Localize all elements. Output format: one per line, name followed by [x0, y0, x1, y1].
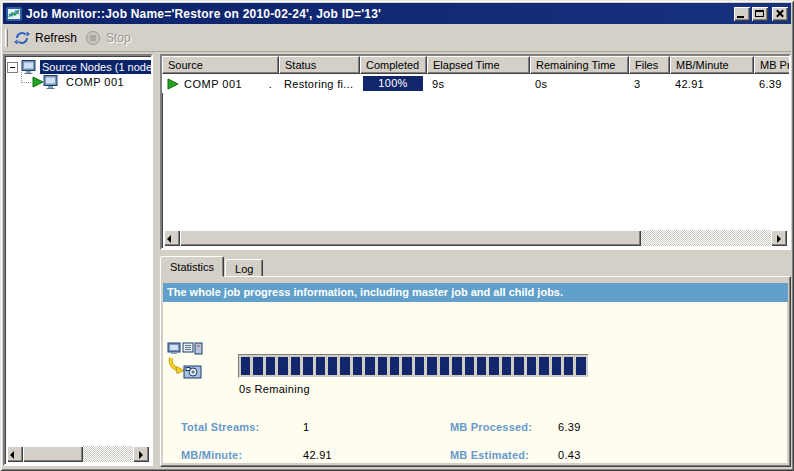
- scroll-left-arrow-icon[interactable]: [7, 446, 23, 462]
- collapse-icon[interactable]: [7, 62, 18, 73]
- minimize-button[interactable]: [734, 7, 750, 21]
- refresh-label: Refresh: [35, 31, 77, 45]
- tree-item-label: COMP 001: [66, 76, 124, 88]
- mb-processed-value: 6.39: [558, 421, 581, 433]
- scroll-right-arrow-icon[interactable]: [133, 446, 149, 462]
- column-header-remaining-time[interactable]: Remaining Time: [530, 56, 629, 74]
- progress-segment: [489, 357, 498, 375]
- column-header-source[interactable]: Source: [162, 56, 279, 74]
- column-header-files[interactable]: Files: [629, 56, 670, 74]
- remaining-time-text: 0s Remaining: [239, 383, 310, 395]
- table-row[interactable]: COMP 001 . Restoring fi... 100% 9s 0s 3 …: [162, 74, 789, 93]
- window-title: Job Monitor::Job Name='Restore on 2010-0…: [26, 7, 381, 21]
- details-tab-control: Statistics Log The whole job progress in…: [160, 256, 791, 467]
- column-header-status[interactable]: Status: [279, 56, 360, 74]
- statistics-panel: The whole job progress information, incl…: [160, 276, 791, 467]
- progress-segment: [552, 357, 561, 375]
- source-suffix: .: [269, 78, 279, 90]
- tree-horizontal-scrollbar[interactable]: [7, 446, 149, 462]
- progress-segment: [316, 357, 325, 375]
- close-button[interactable]: [772, 7, 788, 21]
- progress-segment: [415, 357, 424, 375]
- job-progress-bar: [238, 354, 589, 378]
- elapsed-time-cell: 9s: [427, 78, 530, 90]
- progress-segment: [278, 357, 287, 375]
- tab-log[interactable]: Log: [225, 259, 263, 277]
- progress-segment: [253, 357, 262, 375]
- progress-segment: [241, 357, 250, 375]
- minimize-icon: [737, 16, 744, 18]
- title-bar[interactable]: Job Monitor::Job Name='Restore on 2010-0…: [3, 3, 791, 24]
- source-nodes-tree: Source Nodes (1 nodes) COMP 001: [3, 54, 153, 466]
- progress-segment: [527, 357, 536, 375]
- scrollbar-track[interactable]: [180, 230, 771, 246]
- progress-segment: [427, 357, 436, 375]
- progress-segment: [477, 357, 486, 375]
- mb-minute-value: 42.91: [303, 449, 332, 461]
- progress-segment: [378, 357, 387, 375]
- progress-segment: [328, 357, 337, 375]
- progress-segment: [440, 357, 449, 375]
- maximize-icon: [755, 10, 764, 17]
- progress-segment: [564, 357, 573, 375]
- progress-segment: [266, 357, 275, 375]
- close-icon: [772, 7, 788, 21]
- refresh-icon: [14, 30, 30, 46]
- toolbar-gripper[interactable]: [5, 29, 8, 47]
- stop-button[interactable]: Stop: [83, 28, 137, 48]
- running-arrow-icon: [167, 78, 180, 90]
- total-streams-value: 1: [303, 421, 309, 433]
- table-header: Source Status Completed Elapsed Time Rem…: [162, 56, 789, 74]
- column-header-mb-minute[interactable]: MB/Minute: [670, 56, 754, 74]
- tree-item-comp-001[interactable]: COMP 001: [21, 75, 151, 89]
- progress-segment: [539, 357, 548, 375]
- progress-segment: [365, 357, 374, 375]
- job-table-panel: Source Status Completed Elapsed Time Rem…: [160, 54, 791, 250]
- progress-segment: [303, 357, 312, 375]
- mb-minute-label: MB/Minute:: [181, 449, 242, 461]
- stop-icon: [85, 30, 101, 46]
- progress-segment: [340, 357, 349, 375]
- scroll-right-arrow-icon[interactable]: [771, 230, 787, 246]
- stop-label: Stop: [106, 31, 131, 45]
- files-cell: 3: [629, 78, 670, 90]
- column-header-mb-processed[interactable]: MB Processed: [754, 56, 791, 74]
- total-streams-label: Total Streams:: [181, 421, 259, 433]
- progress-banner: The whole job progress information, incl…: [163, 283, 788, 302]
- progress-segment: [353, 357, 362, 375]
- restore-job-icon: [167, 342, 203, 380]
- column-header-elapsed-time[interactable]: Elapsed Time: [427, 56, 530, 74]
- column-header-completed[interactable]: Completed: [360, 56, 427, 74]
- statistics-body: 0s Remaining Total Streams: 1 MB/Minute:…: [163, 302, 787, 463]
- tree-item-label: Source Nodes (1 nodes): [40, 60, 153, 74]
- progress-segment: [402, 357, 411, 375]
- status-cell: Restoring fi...: [279, 78, 360, 90]
- app-icon: [6, 6, 22, 22]
- mb-estimated-value: 0.43: [558, 449, 581, 461]
- scrollbar-thumb[interactable]: [180, 230, 641, 246]
- scrollbar-thumb[interactable]: [23, 446, 83, 462]
- mb-processed-cell: 6.39: [754, 78, 791, 90]
- job-monitor-window: Job Monitor::Job Name='Restore on 2010-0…: [0, 0, 794, 471]
- progress-segment: [291, 357, 300, 375]
- maximize-button[interactable]: [752, 7, 768, 21]
- tab-strip: Statistics Log: [160, 256, 264, 277]
- scroll-left-arrow-icon[interactable]: [164, 230, 180, 246]
- window-controls: [732, 7, 788, 21]
- refresh-button[interactable]: Refresh: [12, 28, 83, 48]
- source-name: COMP 001: [184, 78, 242, 90]
- remaining-time-cell: 0s: [530, 78, 629, 90]
- table-horizontal-scrollbar[interactable]: [164, 230, 787, 246]
- mb-minute-cell: 42.91: [670, 78, 754, 90]
- progress-segment: [576, 357, 585, 375]
- completed-cell: 100%: [360, 76, 427, 91]
- tab-statistics[interactable]: Statistics: [160, 256, 224, 277]
- mb-estimated-label: MB Estimated:: [450, 449, 529, 461]
- progress-segment: [465, 357, 474, 375]
- tree-connector: [21, 69, 31, 83]
- progress-segment: [390, 357, 399, 375]
- toolbar: Refresh Stop: [3, 25, 791, 52]
- computer-icon: [43, 75, 60, 89]
- completed-progress-badge: 100%: [363, 76, 423, 91]
- scrollbar-track[interactable]: [23, 446, 133, 462]
